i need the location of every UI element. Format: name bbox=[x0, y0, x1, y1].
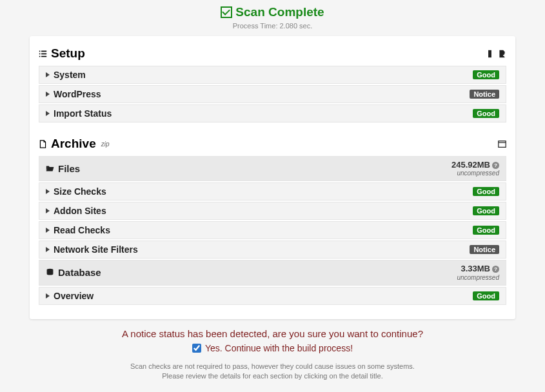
scan-complete-title: Scan Complete bbox=[221, 5, 324, 19]
caret-right-icon bbox=[46, 72, 50, 77]
files-label: Network Site Filters bbox=[54, 244, 138, 255]
status-badge: Good bbox=[473, 206, 499, 215]
check-icon bbox=[221, 6, 232, 18]
server-icon[interactable] bbox=[486, 50, 494, 58]
status-badge: Notice bbox=[470, 245, 499, 254]
svg-rect-1 bbox=[41, 50, 46, 52]
archive-file-icon bbox=[39, 140, 47, 148]
archive-title: Archive bbox=[51, 137, 96, 151]
continue-checkbox-label[interactable]: Yes. Continue with the build process! bbox=[192, 343, 353, 353]
setup-row[interactable]: Import StatusGood bbox=[39, 104, 506, 122]
files-category: Files 245.92MB? uncompressed bbox=[39, 156, 506, 181]
status-badge: Good bbox=[473, 187, 499, 196]
files-row[interactable]: Addon SitesGood bbox=[39, 202, 506, 220]
continue-checkbox[interactable] bbox=[192, 344, 201, 353]
database-uncompressed: uncompressed bbox=[457, 274, 499, 281]
setup-row[interactable]: SystemGood bbox=[39, 66, 506, 84]
setup-label: System bbox=[54, 70, 86, 80]
svg-rect-8 bbox=[504, 54, 506, 57]
svg-rect-6 bbox=[488, 50, 491, 57]
process-time: Process Time: 2.080 sec. bbox=[0, 22, 545, 30]
status-badge: Good bbox=[473, 226, 499, 235]
svg-rect-0 bbox=[39, 50, 41, 52]
setup-label: WordPress bbox=[54, 89, 101, 99]
caret-right-icon bbox=[46, 293, 50, 299]
status-badge: Notice bbox=[470, 90, 499, 99]
setup-row[interactable]: WordPressNotice bbox=[39, 85, 506, 103]
help-icon[interactable]: ? bbox=[492, 266, 499, 273]
database-category: Database 3.33MB? uncompressed bbox=[39, 260, 506, 285]
caret-right-icon bbox=[46, 228, 50, 233]
svg-rect-9 bbox=[499, 141, 506, 147]
help-text-1: Scan checks are not required to pass, ho… bbox=[58, 362, 487, 371]
file-plus-icon[interactable] bbox=[498, 50, 506, 58]
continue-label: Yes. Continue with the build process! bbox=[205, 343, 353, 353]
folder-open-icon bbox=[46, 164, 54, 173]
database-label: Database bbox=[58, 267, 101, 278]
files-row[interactable]: Network Site FiltersNotice bbox=[39, 240, 506, 259]
files-size: 245.92MB bbox=[451, 161, 490, 170]
help-icon[interactable]: ? bbox=[492, 162, 499, 169]
setup-label: Import Status bbox=[54, 108, 112, 119]
setup-icon bbox=[39, 50, 47, 58]
notice-text: A notice status has been detected, are y… bbox=[58, 328, 487, 339]
scan-title-text: Scan Complete bbox=[235, 5, 324, 19]
help-text-2: Please review the details for each secti… bbox=[58, 371, 487, 381]
database-row[interactable]: OverviewGood bbox=[39, 287, 506, 305]
files-label: Files bbox=[58, 163, 80, 174]
setup-title: Setup bbox=[51, 46, 85, 61]
setup-header: Setup bbox=[39, 44, 506, 66]
archive-suffix: zip bbox=[101, 141, 110, 148]
files-label: Size Checks bbox=[54, 186, 106, 197]
results-panel: Setup SystemGoodWordPressNoticeImport St… bbox=[30, 36, 515, 319]
status-badge: Good bbox=[473, 291, 499, 300]
files-row[interactable]: Size ChecksGood bbox=[39, 182, 506, 201]
window-icon[interactable] bbox=[498, 140, 506, 148]
files-row[interactable]: Read ChecksGood bbox=[39, 221, 506, 239]
database-icon bbox=[46, 268, 54, 277]
svg-rect-2 bbox=[39, 53, 41, 54]
files-label: Read Checks bbox=[54, 225, 110, 235]
caret-right-icon bbox=[46, 111, 50, 116]
svg-rect-3 bbox=[41, 53, 46, 54]
archive-header: Archive zip bbox=[39, 134, 506, 156]
svg-rect-4 bbox=[39, 55, 41, 57]
files-label: Addon Sites bbox=[54, 206, 106, 216]
status-badge: Good bbox=[473, 70, 499, 79]
caret-right-icon bbox=[46, 247, 50, 252]
files-uncompressed: uncompressed bbox=[451, 170, 499, 177]
status-badge: Good bbox=[473, 109, 499, 118]
database-size: 3.33MB bbox=[461, 264, 490, 273]
caret-right-icon bbox=[46, 92, 50, 97]
caret-right-icon bbox=[46, 189, 50, 194]
caret-right-icon bbox=[46, 208, 50, 213]
database-label: Overview bbox=[54, 291, 94, 301]
svg-rect-5 bbox=[41, 55, 46, 57]
